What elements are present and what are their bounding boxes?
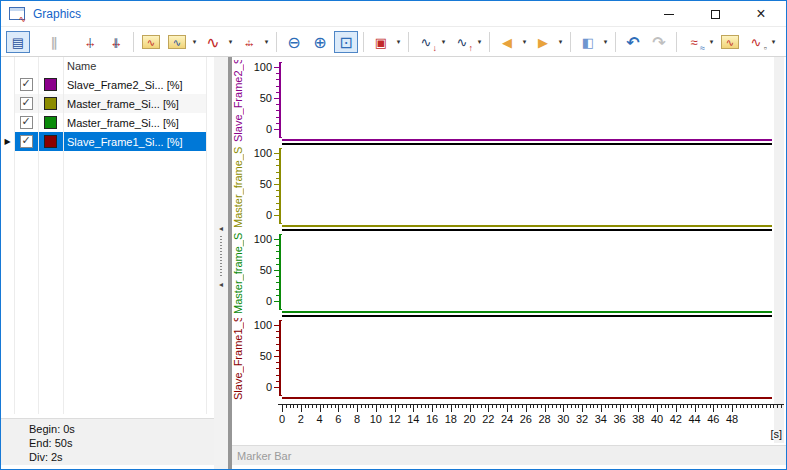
x-minor-tick	[665, 404, 666, 408]
signal-color-swatch[interactable]	[44, 135, 57, 148]
toolbar-scroll-signal-down-button[interactable]: ∿↓	[414, 31, 438, 53]
toolbar-zoom-fit-button[interactable]: ▣	[369, 31, 393, 53]
toolbar-curve-style-button[interactable]: ∿	[201, 31, 225, 53]
x-minor-tick	[691, 404, 692, 408]
dropdown-arrow-icon[interactable]: ▾	[707, 38, 716, 46]
toolbar-measurement-cursor-button[interactable]: ↔|	[78, 31, 102, 53]
signal-visibility-checkbox[interactable]: ✓	[20, 135, 33, 148]
plot-pane[interactable]	[282, 231, 772, 315]
x-minor-tick	[290, 404, 291, 408]
minimize-button[interactable]	[646, 1, 692, 27]
signal-row-main[interactable]: ✓Slave_Frame1_Si... [%]	[14, 132, 206, 151]
name-column-header[interactable]: Name	[1, 60, 96, 72]
x-tick-label: 8	[347, 413, 367, 425]
toolbar-undo-button[interactable]: ↶	[621, 31, 645, 53]
toolbar-previous-event-button[interactable]: ◀	[495, 31, 519, 53]
dropdown-arrow-icon[interactable]: ▾	[475, 38, 484, 46]
x-major-tick	[470, 404, 471, 412]
plot-pane[interactable]	[282, 59, 772, 143]
toolbar-signal-list-toggle-button[interactable]: ▤	[6, 31, 30, 53]
toolbar-difference-cursor-button[interactable]: ↔∥	[104, 31, 128, 53]
x-minor-tick	[533, 404, 534, 408]
signal-row[interactable]: ✓Master_frame_Si... [%]	[1, 94, 214, 113]
maximize-button[interactable]	[692, 1, 738, 27]
multi-curve-icon: ≈	[690, 35, 697, 50]
x-tick-label: 16	[422, 413, 442, 425]
toolbar-zoom-in-button[interactable]: ⊕	[308, 31, 332, 53]
zoom-out-icon: ⊖	[287, 33, 300, 52]
plot-pane[interactable]	[282, 145, 772, 229]
x-major-tick	[395, 404, 396, 412]
toolbar-pause-button[interactable]: ∥	[42, 31, 66, 53]
y-major-tick	[274, 387, 279, 388]
x-tick-label: 28	[535, 413, 555, 425]
signal-color-swatch[interactable]	[44, 97, 57, 110]
signal-list-header: Name	[1, 57, 214, 75]
dropdown-arrow-icon[interactable]: ▾	[601, 38, 610, 46]
dropdown-arrow-icon[interactable]: ▾	[439, 38, 448, 46]
signal-row-main[interactable]: ✓Slave_Frame2_Si... [%]	[14, 75, 206, 94]
x-minor-tick	[646, 404, 647, 408]
toolbar-zoom-out-button[interactable]: ⊖	[282, 31, 306, 53]
toolbar-axis-scaling-button[interactable]: ↔↕	[237, 31, 261, 53]
signal-row-main[interactable]: ✓Master_frame_Si... [%]	[14, 94, 206, 113]
x-minor-tick	[751, 404, 752, 408]
x-minor-tick	[706, 404, 707, 408]
x-tick-label: 26	[516, 413, 536, 425]
toolbar-fixed-trend-button[interactable]: ∿	[139, 31, 163, 53]
x-major-tick	[582, 404, 583, 412]
dropdown-arrow-icon[interactable]: ▾	[556, 38, 565, 46]
signal-color-swatch[interactable]	[44, 116, 57, 129]
dropdown-arrow-icon[interactable]: ▾	[262, 38, 271, 46]
splitter-grip[interactable]: ◂ ◂	[214, 225, 228, 289]
y-tick-label: 50	[240, 92, 272, 104]
x-minor-tick	[725, 404, 726, 408]
panel-splitter[interactable]: ◂ ◂	[214, 57, 232, 469]
marker-bar[interactable]: Marker Bar	[232, 445, 786, 465]
x-tick-label: 14	[403, 413, 423, 425]
dropdown-arrow-icon[interactable]: ▾	[226, 38, 235, 46]
y-minor-tick	[276, 264, 279, 265]
folder-curve-icon: ∿	[721, 35, 739, 49]
close-button[interactable]: ×	[738, 1, 784, 27]
toolbar-separator	[676, 32, 677, 52]
signal-visibility-checkbox[interactable]: ✓	[20, 78, 33, 91]
plot-pane[interactable]	[282, 317, 772, 401]
dropdown-arrow-icon[interactable]: ▾	[769, 38, 778, 46]
multi-curve-icon-modifier: ≈	[700, 43, 705, 53]
signal-visibility-checkbox[interactable]: ✓	[20, 116, 33, 129]
toolbar-zoom-window-button[interactable]: ⊡	[334, 31, 358, 53]
x-major-tick	[638, 404, 639, 412]
x-minor-tick	[605, 404, 606, 408]
x-minor-tick	[421, 404, 422, 408]
toolbar-next-event-button[interactable]: ▶	[531, 31, 555, 53]
x-minor-tick	[368, 404, 369, 408]
begin-label: Begin: 0s	[29, 422, 214, 436]
signal-name-label: Master_frame_Si... [%]	[63, 117, 179, 129]
toolbar-export-signals-button[interactable]: ∿	[718, 31, 742, 53]
zoom-in-icon: ⊕	[313, 33, 326, 52]
toolbar-redo-button[interactable]: ↷	[647, 31, 671, 53]
x-minor-tick	[642, 404, 643, 408]
signal-row-main[interactable]: ✓Master_frame_Si... [%]	[14, 113, 206, 132]
y-minor-tick	[276, 165, 279, 166]
toolbar-background-select-button[interactable]: ◧	[576, 31, 600, 53]
x-minor-tick	[777, 404, 778, 408]
signal-row[interactable]: ▶✓Slave_Frame1_Si... [%]	[1, 132, 214, 151]
signal-row[interactable]: ✓Slave_Frame2_Si... [%]	[1, 75, 214, 94]
toolbar-save-signal-button[interactable]: ∿▫	[744, 31, 768, 53]
y-major-tick	[274, 270, 279, 271]
signal-visibility-checkbox[interactable]: ✓	[20, 97, 33, 110]
x-minor-tick	[530, 404, 531, 408]
x-minor-tick	[762, 404, 763, 408]
x-minor-tick	[398, 404, 399, 408]
dropdown-arrow-icon[interactable]: ▾	[394, 38, 403, 46]
dropdown-arrow-icon[interactable]: ▾	[190, 38, 199, 46]
toolbar-display-mode-button[interactable]: ∿	[165, 31, 189, 53]
toolbar-scroll-signal-up-button[interactable]: ∿↑	[450, 31, 474, 53]
signal-row[interactable]: ✓Master_frame_Si... [%]	[1, 113, 214, 132]
signal-color-swatch[interactable]	[44, 78, 57, 91]
x-minor-tick	[571, 404, 572, 408]
dropdown-arrow-icon[interactable]: ▾	[520, 38, 529, 46]
toolbar-signal-options-button[interactable]: ≈≈	[682, 31, 706, 53]
